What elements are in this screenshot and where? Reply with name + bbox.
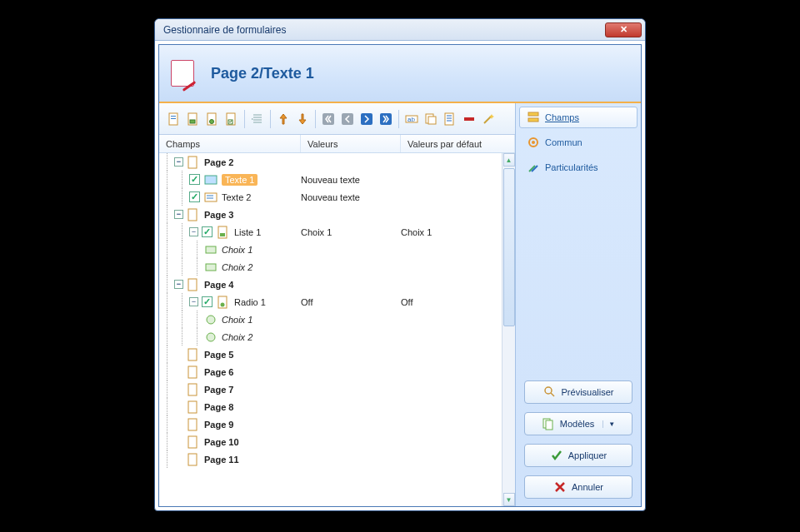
page-icon (187, 383, 200, 396)
col-valeurs[interactable]: Valeurs (301, 135, 401, 152)
tree-label: Page 8 (204, 402, 233, 412)
svg-rect-26 (206, 264, 216, 271)
check-icon (550, 449, 563, 462)
tree-field-node[interactable]: −✓Liste 1 Choix 1 Choix 1 (159, 223, 502, 241)
tree-label: Page 5 (204, 350, 233, 360)
scrollbar[interactable]: ▲ ▼ (502, 153, 515, 506)
tb-field-copy-icon[interactable] (422, 111, 439, 127)
tab-champs[interactable]: Champs (519, 107, 638, 128)
svg-rect-39 (528, 112, 538, 116)
tb-page-text-icon[interactable] (166, 111, 182, 127)
tb-delete-icon[interactable] (461, 111, 478, 127)
tree-page-node[interactable]: Page 6 (159, 363, 502, 380)
tb-nav-prev-icon[interactable] (339, 111, 356, 127)
svg-rect-37 (188, 436, 197, 448)
combo-option-icon (204, 243, 218, 256)
tree-page-node[interactable]: −Page 4 (159, 276, 502, 293)
col-champs[interactable]: Champs (159, 135, 301, 152)
tab-particularites[interactable]: Particularités (519, 157, 638, 178)
tree-choice-node[interactable]: Choix 1 (159, 311, 502, 328)
svg-rect-27 (188, 279, 197, 291)
svg-rect-45 (546, 420, 552, 430)
tb-nav-first-icon[interactable] (320, 111, 337, 127)
tree-page-node[interactable]: Page 10 (159, 433, 502, 450)
col-defaut[interactable]: Valeurs par défaut (401, 135, 515, 152)
page-icon (187, 278, 200, 291)
svg-rect-2 (171, 118, 176, 119)
page-icon (187, 348, 200, 361)
magnifier-icon (543, 385, 557, 399)
cancel-button[interactable]: Annuler (524, 475, 632, 499)
tree-value: Choix 1 (301, 227, 401, 237)
svg-rect-4 (190, 120, 195, 123)
svg-rect-36 (188, 419, 197, 430)
tab-commun[interactable]: Commun (519, 132, 638, 153)
tb-indent-icon[interactable] (249, 111, 266, 127)
tb-separator (270, 110, 271, 128)
checkbox-icon[interactable]: ✓ (189, 174, 200, 185)
tree-field-node[interactable]: −✓Radio 1 Off Off (159, 293, 502, 311)
checkbox-icon[interactable]: ✓ (202, 296, 212, 307)
body: ab Champs Valeurs Valeurs par défaut −Pa… (159, 103, 641, 506)
toolbar: ab (159, 103, 515, 135)
tb-separator (315, 110, 316, 128)
tree-choice-node[interactable]: Choix 1 (159, 241, 502, 258)
page-icon (187, 435, 200, 449)
inner-frame: Page 2/Texte 1 (158, 44, 642, 507)
page-icon (187, 208, 200, 221)
svg-point-6 (210, 119, 214, 123)
tree-field-node[interactable]: ✓Texte 2 Nouveau texte (159, 188, 502, 206)
tb-page-combo-icon[interactable] (185, 111, 202, 127)
checkbox-icon[interactable]: ✓ (202, 226, 212, 237)
collapse-icon[interactable]: − (189, 297, 198, 306)
tree-page-node[interactable]: −Page 2 (159, 153, 502, 171)
tb-nav-next-icon[interactable] (358, 111, 375, 127)
svg-rect-33 (188, 366, 197, 378)
tree-page-node[interactable]: Page 7 (159, 380, 502, 398)
tree-label: Page 3 (204, 210, 233, 220)
tree-page-node[interactable]: Page 9 (159, 415, 502, 433)
checkbox-icon[interactable]: ✓ (189, 191, 200, 202)
titlebar[interactable]: Gestionnaire de formulaires ✕ (155, 19, 645, 41)
svg-rect-18 (464, 117, 474, 121)
text-field-icon (204, 173, 218, 186)
fields-icon (527, 111, 540, 124)
preview-button[interactable]: Prévisualiser (524, 380, 632, 404)
templates-button[interactable]: Modèles ▼ (524, 412, 632, 435)
tree-page-node[interactable]: Page 5 (159, 346, 502, 363)
svg-rect-19 (188, 157, 197, 168)
tb-field-list-icon[interactable] (442, 111, 458, 127)
tb-wand-icon[interactable] (480, 111, 497, 127)
tree-field-node[interactable]: ✓Texte 1 Nouveau texte (159, 171, 502, 188)
tree-choice-node[interactable]: Choix 2 (159, 328, 502, 346)
tb-move-down-icon[interactable] (294, 111, 311, 127)
collapse-icon[interactable]: − (174, 157, 183, 167)
scroll-thumb[interactable] (503, 168, 515, 326)
svg-point-31 (207, 333, 215, 341)
tree-choice-node[interactable]: Choix 2 (159, 258, 502, 276)
collapse-icon[interactable]: − (189, 227, 198, 236)
svg-rect-25 (206, 246, 216, 253)
combo-option-icon (204, 261, 218, 274)
tree-page-node[interactable]: −Page 3 (159, 206, 502, 223)
scroll-down-icon[interactable]: ▼ (503, 493, 515, 506)
collapse-icon[interactable]: − (174, 280, 183, 289)
tb-nav-last-icon[interactable] (378, 111, 394, 127)
collapse-icon[interactable]: − (174, 210, 183, 219)
dialog-window: Gestionnaire de formulaires ✕ Page 2/Tex… (154, 18, 646, 511)
scroll-up-icon[interactable]: ▲ (503, 153, 515, 167)
close-button[interactable]: ✕ (605, 22, 642, 37)
tb-field-text-icon[interactable]: ab (403, 111, 420, 127)
tb-page-radio-icon[interactable] (204, 111, 221, 127)
tree-view[interactable]: −Page 2 ✓Texte 1 Nouveau texte ✓Texte 2 … (159, 153, 502, 506)
tab-label: Champs (545, 112, 579, 122)
tree-page-node[interactable]: Page 8 (159, 398, 502, 415)
tb-move-up-icon[interactable] (275, 111, 292, 127)
tree-label: Page 6 (204, 367, 233, 377)
chevron-down-icon[interactable]: ▼ (602, 420, 615, 428)
tree-default: Choix 1 (401, 227, 502, 237)
tree-page-node[interactable]: Page 11 (159, 450, 502, 468)
tree-label: Page 10 (204, 437, 239, 447)
tb-page-check-icon[interactable] (223, 111, 240, 127)
apply-button[interactable]: Appliquer (524, 444, 632, 467)
